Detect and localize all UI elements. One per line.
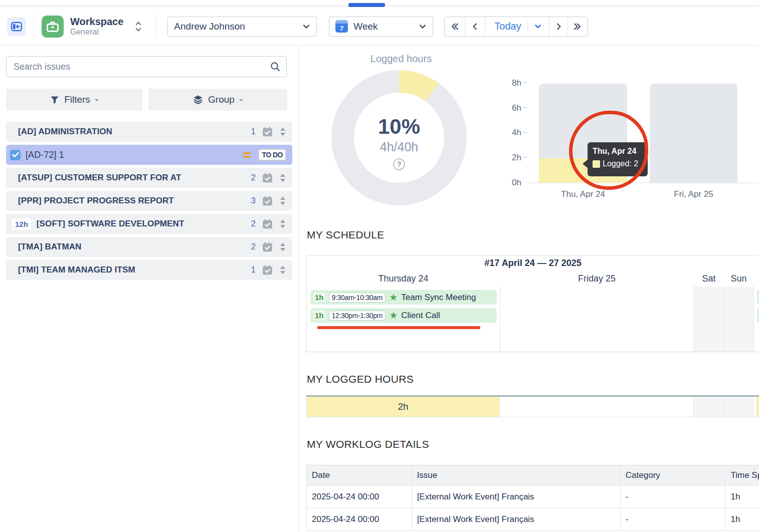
- logged-cell-sunday[interactable]: [723, 397, 753, 417]
- issue-label: [AD-72] 1: [26, 150, 64, 160]
- group-button[interactable]: Group: [148, 89, 287, 111]
- sort-arrows-icon[interactable]: [279, 127, 286, 137]
- logged-cell-saturday[interactable]: [693, 397, 723, 417]
- workspace-switcher[interactable]: Workspace General: [42, 16, 142, 38]
- worklog-issue: [External Work Event] Français: [412, 486, 620, 508]
- star-icon: ★: [389, 293, 398, 302]
- project-row-soft[interactable]: 12h [SOFT] SOFTWARE DEVELOPMENT 2: [6, 214, 292, 234]
- workspace-title: Workspace: [70, 16, 123, 27]
- red-annotation-underline: [317, 326, 480, 329]
- active-tab-indicator: [348, 3, 385, 7]
- chevron-down-icon: [95, 99, 99, 103]
- y-tick: 6h: [504, 103, 521, 113]
- next-period-button[interactable]: [549, 17, 567, 36]
- today-button[interactable]: Today: [485, 17, 548, 36]
- jump-forward-button[interactable]: [567, 17, 588, 36]
- project-row-tmi[interactable]: [TMI] TEAM MANAGED ITSM 1: [6, 260, 292, 280]
- y-tick-mark: [523, 132, 527, 133]
- project-count: 1: [251, 265, 256, 275]
- calendar-week-icon: 7: [335, 20, 348, 33]
- project-row-ad[interactable]: [AD] ADMINISTRATION 1: [6, 122, 292, 142]
- event-sliver: [757, 290, 759, 305]
- logged-cell-friday[interactable]: [499, 397, 693, 417]
- x-label: Thu, Apr 24: [539, 189, 627, 199]
- filters-button[interactable]: Filters: [6, 89, 142, 111]
- column-header-category: Category: [620, 465, 725, 485]
- calendar-check-icon[interactable]: [261, 195, 274, 207]
- today-divider: [527, 21, 528, 33]
- jump-back-button[interactable]: [445, 17, 465, 36]
- column-header-date: Date: [307, 465, 412, 485]
- chevron-left-icon: [470, 22, 480, 32]
- day-header-friday[interactable]: Friday 25: [500, 271, 694, 287]
- y-tick: 2h: [504, 153, 521, 163]
- status-badge[interactable]: TO DO: [258, 149, 286, 161]
- event-duration: 1h: [313, 311, 325, 320]
- help-icon[interactable]: ?: [393, 158, 405, 170]
- schedule-cell-thursday[interactable]: 1h 9:30am-10:30am ★ Team Sync Meeting 1h…: [307, 287, 500, 352]
- schedule-event[interactable]: 1h 9:30am-10:30am ★ Team Sync Meeting: [310, 290, 497, 305]
- calendar-check-icon[interactable]: [261, 264, 274, 277]
- logged-cell-next-week: [753, 397, 759, 417]
- search-input[interactable]: [6, 56, 287, 77]
- chevron-down-icon: [239, 99, 243, 103]
- worklog-issue: [External Work Event] Français: [412, 508, 620, 530]
- logged-hours-donut: 10% 4h/40h ?: [331, 70, 467, 205]
- donut-center: 10% 4h/40h ?: [354, 93, 444, 183]
- previous-period-button[interactable]: [465, 17, 485, 36]
- day-header-thursday[interactable]: Thursday 24: [307, 271, 500, 287]
- day-header-sunday[interactable]: Sun: [724, 271, 753, 287]
- top-tab-strip: [0, 0, 759, 7]
- chevron-down-icon: [419, 24, 427, 30]
- search-icon[interactable]: [270, 61, 281, 72]
- red-annotation-circle: [569, 111, 648, 190]
- project-label: [TMI] TEAM MANAGED ITSM: [18, 265, 135, 275]
- schedule-cell-friday[interactable]: [500, 287, 694, 352]
- filter-funnel-icon: [50, 95, 60, 105]
- schedule-cell-saturday[interactable]: [694, 287, 724, 352]
- event-time: 9:30am-10:30am: [329, 293, 386, 303]
- project-row-atsup[interactable]: [ATSUP] CUSTOMER SUPPORT FOR AT 2: [6, 168, 292, 188]
- collapse-sidebar-icon: [10, 20, 23, 33]
- sort-arrows-icon[interactable]: [279, 242, 286, 252]
- worklog-time-spent: 1h: [725, 486, 759, 508]
- sort-arrows-icon[interactable]: [279, 173, 286, 183]
- sort-arrows-icon[interactable]: [279, 265, 286, 275]
- project-row-ad72-selected[interactable]: [AD-72] 1 TO DO: [6, 145, 292, 165]
- schedule-cell-sunday[interactable]: [724, 287, 753, 352]
- y-tick-mark: [523, 82, 527, 83]
- user-select[interactable]: Andrew Johnson: [167, 17, 317, 37]
- event-time: 12:30pm-1:30pm: [329, 311, 386, 321]
- project-row-tma[interactable]: [TMA] BATMAN 2: [6, 237, 292, 257]
- event-title: Client Call: [401, 311, 440, 321]
- project-count: 3: [251, 196, 256, 206]
- day-header-saturday[interactable]: Sat: [694, 271, 724, 287]
- calendar-check-icon[interactable]: [261, 126, 274, 138]
- project-label: [SOFT] SOFTWARE DEVELOPMENT: [37, 219, 184, 229]
- logged-cell-thursday[interactable]: 2h: [306, 397, 499, 417]
- sort-arrows-icon[interactable]: [279, 196, 286, 206]
- logged-hours-heading: MY LOGGED HOURS: [307, 373, 414, 385]
- period-select[interactable]: 7 Week: [329, 17, 433, 37]
- worklog-heading: MY WORKLOG DETAILS: [307, 438, 429, 450]
- today-dropdown-chevron-icon[interactable]: [534, 24, 542, 30]
- schedule-event[interactable]: 1h 12:30pm-1:30pm ★ Client Call: [310, 308, 497, 323]
- chevron-right-icon: [553, 22, 563, 32]
- worklog-time-spent: 1h: [725, 508, 759, 530]
- project-row-ppr[interactable]: [PPR] PROJECT PROGRESS REPORT 3: [6, 191, 292, 211]
- calendar-check-icon[interactable]: [261, 241, 274, 253]
- toolbar-divider-2: [156, 15, 156, 38]
- worklog-category: -: [620, 486, 725, 508]
- filters-label: Filters: [64, 94, 90, 105]
- sidebar: Filters Group [AD] ADMINISTRATION 1 [AD-…: [0, 46, 299, 532]
- calendar-check-icon[interactable]: [261, 218, 274, 230]
- project-count: 2: [251, 242, 256, 252]
- sort-arrows-icon[interactable]: [279, 219, 286, 229]
- worklog-table: Date Issue Category Time Spent 2025-04-2…: [306, 465, 759, 531]
- project-label: [ATSUP] CUSTOMER SUPPORT FOR AT: [18, 173, 181, 183]
- collapse-sidebar-button[interactable]: [7, 17, 26, 36]
- checkbox-checked-icon[interactable]: [10, 150, 21, 160]
- project-label: [PPR] PROJECT PROGRESS REPORT: [18, 196, 174, 206]
- event-title: Team Sync Meeting: [401, 293, 476, 303]
- calendar-check-icon[interactable]: [261, 172, 274, 184]
